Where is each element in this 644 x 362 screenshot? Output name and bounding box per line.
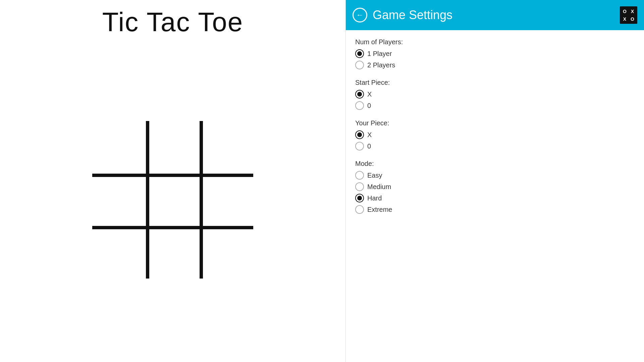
- radio-start-x-circle[interactable]: [355, 90, 364, 99]
- settings-title: Game Settings: [373, 8, 614, 22]
- radio-easy-circle[interactable]: [355, 171, 364, 180]
- settings-sidebar: ← Game Settings O X X O Num of Players: …: [345, 0, 644, 362]
- radio-2players-circle[interactable]: [355, 61, 364, 69]
- radio-start-o[interactable]: 0: [355, 101, 635, 110]
- radio-hard-circle[interactable]: [355, 194, 364, 202]
- radio-extreme-circle[interactable]: [355, 205, 364, 214]
- radio-hard-label: Hard: [367, 194, 382, 202]
- radio-1player-label: 1 Player: [367, 50, 392, 58]
- radio-easy[interactable]: Easy: [355, 171, 635, 180]
- start-piece-group: Start Piece: X 0: [355, 79, 635, 113]
- radio-start-x[interactable]: X: [355, 90, 635, 99]
- icon-cell-1: O: [621, 8, 628, 15]
- horizontal-line-1: [92, 174, 253, 177]
- back-button[interactable]: ←: [353, 8, 367, 22]
- radio-start-o-label: 0: [367, 102, 371, 110]
- radio-your-o-circle[interactable]: [355, 142, 364, 150]
- radio-extreme-label: Extreme: [367, 206, 392, 214]
- icon-cell-2: X: [629, 8, 636, 15]
- radio-2players[interactable]: 2 Players: [355, 61, 635, 69]
- sidebar-header: ← Game Settings O X X O: [346, 0, 644, 30]
- mode-group: Mode: Easy Medium Hard Extreme: [355, 160, 635, 217]
- start-piece-label: Start Piece:: [355, 79, 635, 86]
- radio-2players-label: 2 Players: [367, 61, 395, 69]
- radio-1player[interactable]: 1 Player: [355, 49, 635, 58]
- num-players-label: Num of Players:: [355, 38, 635, 46]
- vertical-line-1: [146, 121, 149, 279]
- your-piece-group: Your Piece: X 0: [355, 119, 635, 153]
- icon-cell-4: O: [629, 15, 636, 22]
- horizontal-line-2: [92, 226, 253, 229]
- radio-your-x-circle[interactable]: [355, 130, 364, 139]
- radio-your-o[interactable]: 0: [355, 142, 635, 150]
- radio-extreme[interactable]: Extreme: [355, 205, 635, 214]
- game-title: Tic Tac Toe: [102, 7, 244, 38]
- vertical-line-2: [200, 121, 203, 279]
- radio-1player-circle[interactable]: [355, 49, 364, 58]
- back-icon: ←: [356, 11, 364, 19]
- your-piece-label: Your Piece:: [355, 119, 635, 127]
- board-container: [92, 38, 253, 362]
- radio-your-o-label: 0: [367, 142, 371, 150]
- icon-cell-3: X: [621, 15, 628, 22]
- radio-medium-label: Medium: [367, 183, 391, 191]
- radio-hard[interactable]: Hard: [355, 194, 635, 202]
- main-game-area: Tic Tac Toe: [0, 0, 345, 362]
- radio-your-x[interactable]: X: [355, 130, 635, 139]
- radio-start-x-label: X: [367, 90, 372, 98]
- radio-start-o-circle[interactable]: [355, 101, 364, 110]
- radio-easy-label: Easy: [367, 172, 382, 179]
- game-icon: O X X O: [620, 6, 637, 24]
- num-players-group: Num of Players: 1 Player 2 Players: [355, 38, 635, 72]
- radio-medium-circle[interactable]: [355, 182, 364, 191]
- sidebar-content: Num of Players: 1 Player 2 Players Start…: [346, 30, 644, 231]
- radio-your-x-label: X: [367, 131, 372, 139]
- mode-label: Mode:: [355, 160, 635, 168]
- radio-medium[interactable]: Medium: [355, 182, 635, 191]
- game-board[interactable]: [92, 121, 253, 279]
